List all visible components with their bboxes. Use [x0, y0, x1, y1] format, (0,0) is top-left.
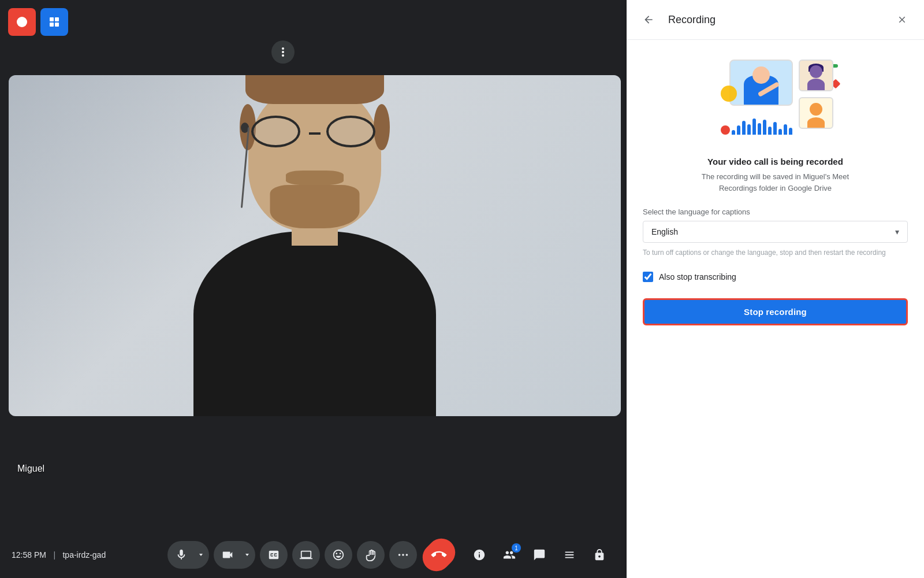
- svg-point-0: [17, 17, 27, 27]
- top-bar: [8, 8, 68, 36]
- illus-small-body2: [807, 117, 825, 128]
- recording-status-title: Your video call is being recorded: [643, 155, 908, 168]
- svg-rect-3: [50, 23, 54, 27]
- also-stop-transcribing-label: Also stop transcribing: [659, 272, 736, 281]
- end-call-button[interactable]: [417, 533, 461, 577]
- mic-group: [167, 541, 209, 569]
- mic-button[interactable]: [167, 541, 195, 569]
- illus-small-tile-bottom: [799, 97, 833, 129]
- svg-rect-2: [55, 17, 59, 21]
- bottom-bar: 12:58 PM | tpa-irdz-gad: [0, 532, 624, 578]
- video-more-button[interactable]: [271, 40, 295, 64]
- recording-illustration: [643, 60, 908, 135]
- illus-small-head: [810, 65, 822, 78]
- svg-point-10: [406, 554, 408, 556]
- info-button[interactable]: [467, 542, 492, 568]
- also-stop-transcribing-checkbox[interactable]: [643, 272, 653, 282]
- language-value: English: [651, 227, 678, 236]
- time-display: 12:58 PM | tpa-irdz-gad: [12, 550, 106, 560]
- raise-hand-button[interactable]: [357, 541, 385, 569]
- stop-recording-button[interactable]: Stop recording: [643, 298, 908, 325]
- panel-body: Your video call is being recorded The re…: [627, 40, 924, 578]
- panel-title: Recording: [668, 14, 882, 26]
- panel-header: Recording: [627, 0, 924, 40]
- svg-rect-4: [55, 23, 59, 27]
- language-label: Select the language for captions: [643, 208, 908, 216]
- svg-point-8: [398, 554, 401, 556]
- recording-panel: Recording: [627, 0, 924, 578]
- language-select[interactable]: English ▾: [643, 221, 908, 243]
- cam-arrow-button[interactable]: [239, 541, 255, 569]
- present-button[interactable]: [292, 541, 320, 569]
- people-badge: 1: [512, 543, 521, 553]
- camera-button[interactable]: [214, 541, 241, 569]
- illus-small-tile-top: [799, 60, 833, 91]
- svg-point-6: [282, 51, 284, 53]
- recording-status-subtitle: The recording will be saved in Miguel's …: [643, 171, 908, 194]
- illus-record-dot: [721, 125, 730, 135]
- illus-person-head: [752, 66, 770, 84]
- svg-point-5: [282, 47, 284, 50]
- video-area: [9, 75, 621, 416]
- activities-button[interactable]: [557, 542, 582, 568]
- illus-small-body: [807, 79, 825, 90]
- illustration-container: [718, 60, 833, 135]
- video-background: [9, 75, 621, 416]
- panel-close-button[interactable]: [892, 9, 912, 30]
- language-hint: To turn off captions or change the langu…: [643, 247, 908, 258]
- lock-button[interactable]: [587, 542, 612, 568]
- bottom-right-icons: 1: [467, 542, 612, 568]
- emoji-button[interactable]: [325, 541, 352, 569]
- language-section: Select the language for captions English…: [643, 208, 908, 258]
- bottom-controls: [167, 541, 456, 569]
- participant-name: Miguel: [17, 464, 44, 474]
- svg-point-9: [402, 554, 404, 556]
- recording-status: Your video call is being recorded The re…: [643, 155, 908, 194]
- mic-arrow-button[interactable]: [193, 541, 209, 569]
- illus-small-head2: [810, 103, 822, 116]
- record-button[interactable]: [8, 8, 36, 36]
- illus-wave: [724, 117, 792, 135]
- share-button[interactable]: [40, 8, 68, 36]
- svg-rect-1: [50, 17, 54, 21]
- illus-main-tile: [729, 60, 793, 106]
- more-options-button[interactable]: [389, 541, 417, 569]
- svg-point-7: [282, 54, 284, 57]
- panel-back-button[interactable]: [638, 9, 659, 30]
- captions-button[interactable]: [260, 541, 288, 569]
- chat-button[interactable]: [527, 542, 552, 568]
- cam-group: [214, 541, 255, 569]
- people-button[interactable]: 1: [497, 542, 522, 568]
- also-stop-transcribing-row: Also stop transcribing: [643, 272, 908, 282]
- dropdown-arrow: ▾: [895, 227, 899, 236]
- illus-yellow-circle: [721, 86, 737, 102]
